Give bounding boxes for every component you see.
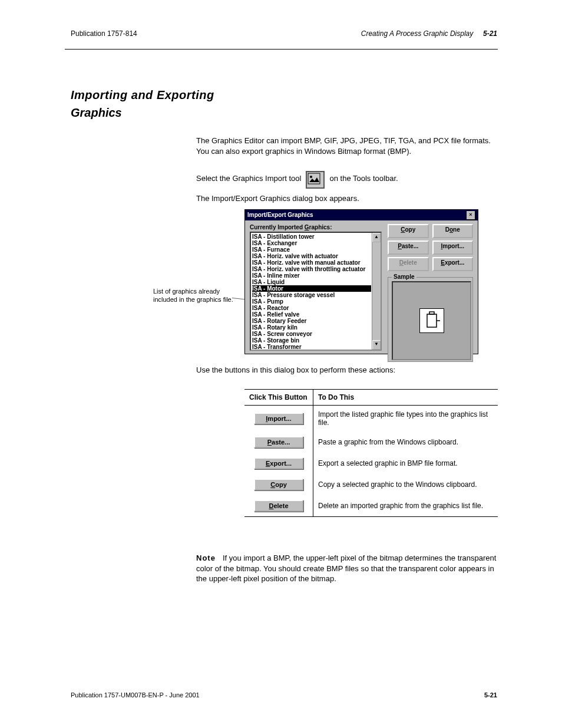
svg-point-1: [310, 176, 312, 178]
list-item[interactable]: ISA - Rotary Feeder: [252, 318, 371, 324]
list-item[interactable]: ISA - Distillation tower: [252, 233, 371, 240]
dialog-titlebar: Import/Export Graphics ×: [245, 210, 478, 220]
list-item[interactable]: ISA - Furnace: [252, 246, 371, 253]
list-item[interactable]: ISA - Storage bin: [252, 337, 371, 344]
list-item[interactable]: ISA - Transformer: [252, 344, 371, 350]
list-item[interactable]: ISA - Rotary kiln: [252, 324, 371, 331]
list-item[interactable]: ISA - Motor: [252, 285, 371, 292]
list-item[interactable]: ISA - Screw conveyor: [252, 331, 371, 337]
action-heading: Use the buttons in this dialog box to pe…: [196, 365, 497, 374]
action-desc: Import the listed graphic file types int…: [313, 406, 498, 432]
list-item[interactable]: ISA - Liquid: [252, 279, 371, 285]
header-section-number: 5-21: [483, 29, 497, 38]
list-item[interactable]: ISA - Pump: [252, 298, 371, 305]
scroll-down-icon[interactable]: ▼: [372, 340, 381, 350]
list-item[interactable]: ISA - Reactor: [252, 305, 371, 311]
action-desc: Export a selected graphic in BMP file fo…: [313, 453, 498, 474]
note-block: Note If you import a BMP, the upper-left…: [196, 553, 497, 584]
paragraph-2: Select the Graphics Import tool on the T…: [196, 173, 491, 191]
list-label: Currently Imported Graphics:: [250, 224, 382, 230]
note-text: If you import a BMP, the upper-left pixe…: [196, 553, 497, 584]
graphics-import-tool-icon: [306, 171, 325, 189]
list-item[interactable]: ISA - Relief valve: [252, 311, 371, 318]
header-left: Publication 1757-814: [71, 29, 137, 38]
footer-left: Publication 1757-UM007B-EN-P - June 2001: [71, 691, 200, 699]
done-button[interactable]: Done: [432, 224, 474, 238]
list-item[interactable]: ISA - Inline mixer: [252, 272, 371, 279]
graphics-listbox[interactable]: ISA - Distillation towerISA - ExchangerI…: [250, 232, 382, 351]
delete-table-button: Delete: [254, 500, 303, 512]
section-title: Importing and Exporting: [71, 88, 214, 102]
import-button[interactable]: Import...: [432, 241, 474, 255]
paragraph-2-suffix: on the Tools toolbar.: [329, 173, 398, 184]
import-export-dialog: Import/Export Graphics × Currently Impor…: [244, 209, 478, 354]
svg-rect-3: [429, 312, 434, 314]
scrollbar[interactable]: ▲ ▼: [372, 233, 381, 350]
header-rule: [65, 49, 498, 50]
list-item[interactable]: ISA - Horiz. valve with actuator: [252, 253, 371, 259]
paste-button[interactable]: Paste...: [388, 241, 429, 255]
paragraph-1: The Graphics Editor can import BMP, GIF,…: [196, 136, 491, 156]
delete-button[interactable]: Delete: [388, 257, 429, 271]
sample-label: Sample: [392, 274, 416, 280]
list-item[interactable]: ISA - Exchanger: [252, 240, 371, 246]
dialog-title: Import/Export Graphics: [247, 210, 313, 220]
page: Publication 1757-814 Creating A Process …: [0, 0, 562, 728]
list-item[interactable]: ISA - Horiz. valve with manual actuator: [252, 259, 371, 266]
section-subtitle: Graphics: [71, 106, 122, 120]
paste-table-button: Paste...: [254, 436, 303, 448]
footer-right: 5-21: [484, 691, 497, 699]
copy-table-button: Copy: [254, 479, 303, 490]
callout-label: List of graphics already included in the…: [153, 288, 242, 304]
action-desc: Delete an imported graphic from the grap…: [313, 495, 498, 517]
paragraph-3: The Import/Export Graphics dialog box ap…: [196, 193, 491, 204]
sample-groupbox: Sample: [388, 277, 473, 362]
col-header-desc: To Do This: [313, 390, 498, 406]
scroll-up-icon[interactable]: ▲: [372, 233, 381, 242]
svg-rect-2: [427, 314, 437, 327]
list-item[interactable]: ISA - Horiz. valve with throttling actua…: [252, 266, 371, 272]
list-item[interactable]: ISA - Pressure storage vessel: [252, 292, 371, 298]
header-right: Creating A Process Graphic Display 5-21: [361, 29, 497, 38]
export-button[interactable]: Export...: [432, 257, 474, 271]
paragraph-2-prefix: Select the Graphics Import tool: [196, 173, 301, 184]
action-table: Click This Button To Do This Import...Im…: [244, 389, 498, 517]
copy-button[interactable]: Copy: [388, 224, 429, 238]
sample-preview: [392, 281, 471, 360]
action-desc: Copy a selected graphic to the Windows c…: [313, 474, 498, 495]
note-label: Note: [196, 553, 223, 564]
import-table-button: Import...: [254, 413, 303, 424]
motor-preview-icon: [419, 308, 444, 333]
svg-rect-0: [308, 173, 320, 184]
export-table-button: Export...: [254, 457, 303, 469]
header-title: Creating A Process Graphic Display: [361, 29, 474, 38]
action-desc: Paste a graphic from the Windows clipboa…: [313, 431, 498, 453]
col-header-button: Click This Button: [244, 390, 313, 406]
close-icon[interactable]: ×: [466, 210, 475, 220]
